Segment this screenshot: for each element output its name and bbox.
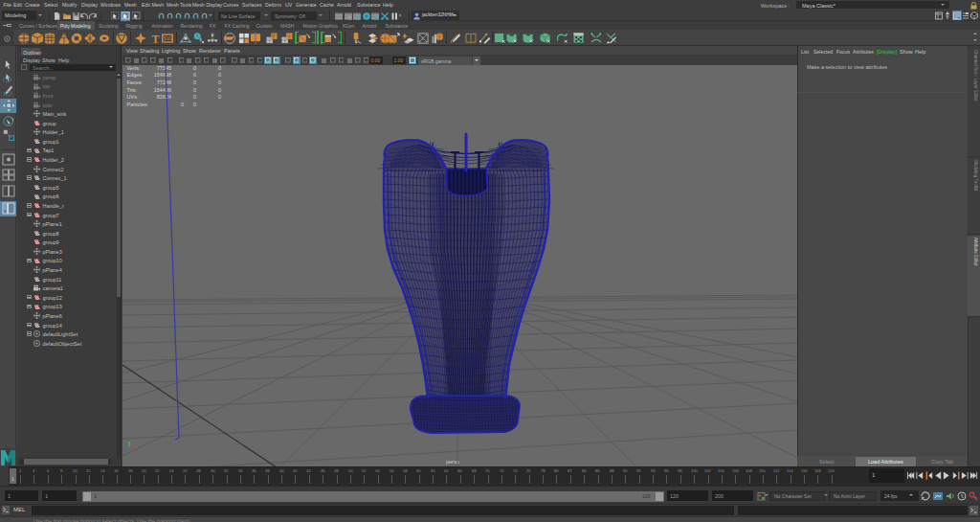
svg-text:SVG: SVG — [164, 36, 173, 41]
svg-text:T: T — [151, 33, 159, 44]
